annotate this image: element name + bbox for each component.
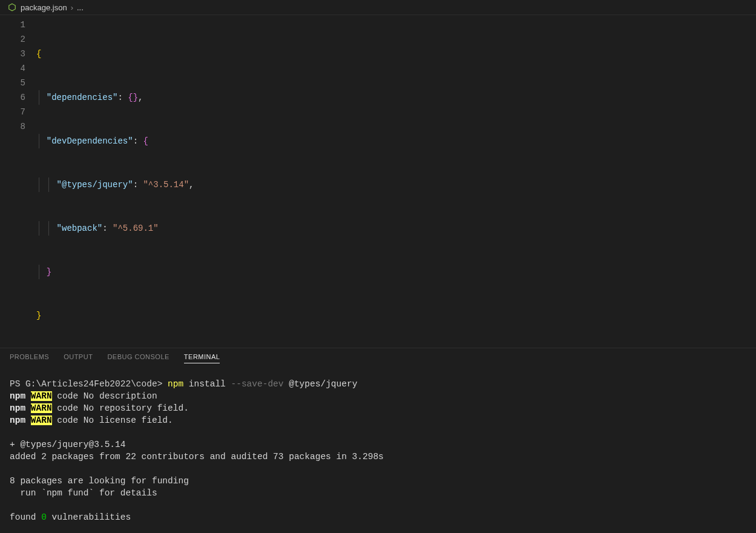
terminal-line: npm WARN code No license field. <box>10 414 746 426</box>
terminal-text: code No description <box>52 391 157 401</box>
terminal-prompt: PS <box>10 379 25 389</box>
terminal-line <box>10 426 746 439</box>
terminal-vuln-count: 0 <box>41 512 47 522</box>
line-number: 8 <box>0 119 25 134</box>
code-token: , <box>189 180 194 190</box>
nodejs-icon <box>7 2 17 12</box>
svg-marker-0 <box>9 4 16 11</box>
tab-output[interactable]: OUTPUT <box>64 353 93 363</box>
terminal-line <box>10 463 746 475</box>
code-token: "webpack" <box>57 223 103 233</box>
code-token: : <box>117 93 128 102</box>
terminal-line <box>10 499 746 511</box>
terminal-warn-badge: WARN <box>31 391 52 401</box>
breadcrumb[interactable]: package.json › ... <box>0 0 756 15</box>
breadcrumb-file[interactable]: package.json <box>21 3 67 12</box>
code-token: {} <box>128 93 138 102</box>
terminal-line: added 2 packages from 22 contributors an… <box>10 451 746 463</box>
code-token: "@types/jquery" <box>57 180 133 190</box>
panel-tabs: PROBLEMS OUTPUT DEBUG CONSOLE TERMINAL <box>0 348 756 368</box>
code-token: : <box>102 223 113 233</box>
terminal-line: PS G:\Articles24Feb2022\code> npm instal… <box>10 378 746 390</box>
line-number: 5 <box>0 76 25 90</box>
terminal-line: npm WARN code No repository field. <box>10 402 746 414</box>
terminal-text: found <box>10 512 41 522</box>
breadcrumb-ellipsis[interactable]: ... <box>77 3 84 12</box>
code-token: } <box>47 267 51 277</box>
code-token: "dependencies" <box>47 93 118 102</box>
terminal-output[interactable]: PS G:\Articles24Feb2022\code> npm instal… <box>0 368 756 533</box>
code-token: "^5.69.1" <box>113 223 159 233</box>
terminal-cmd: install <box>183 379 231 389</box>
code-token: , <box>138 93 143 102</box>
terminal-text: code No repository field. <box>52 403 189 413</box>
terminal-line: run `npm fund` for details <box>10 487 746 499</box>
line-number: 6 <box>0 90 25 105</box>
code-token: } <box>36 311 41 320</box>
terminal-npm: npm <box>10 415 25 425</box>
code-token: : <box>133 136 143 146</box>
terminal-npm: npm <box>10 403 25 413</box>
terminal-cmd: --save-dev <box>231 379 284 389</box>
code-token: "^3.5.14" <box>143 180 189 190</box>
terminal-line: + @types/jquery@3.5.14 <box>10 439 746 451</box>
code-token: { <box>36 49 41 59</box>
terminal-line: found 0 vulnerabilities <box>10 511 746 523</box>
tab-terminal[interactable]: TERMINAL <box>184 353 220 363</box>
code-token: { <box>143 136 148 146</box>
terminal-cmd: npm <box>168 379 183 389</box>
tab-problems[interactable]: PROBLEMS <box>10 353 49 363</box>
line-number: 7 <box>0 105 25 119</box>
line-number: 3 <box>0 47 25 61</box>
line-number: 2 <box>0 32 25 47</box>
code-content[interactable]: { "dependencies": {}, "devDependencies":… <box>36 15 756 348</box>
line-number: 4 <box>0 61 25 76</box>
terminal-line: 8 packages are looking for funding <box>10 475 746 487</box>
terminal-text: code No license field. <box>52 415 173 425</box>
code-token: "devDependencies" <box>47 136 133 146</box>
line-number-gutter: 1 2 3 4 5 6 7 8 <box>0 15 36 348</box>
terminal-path: G:\Articles24Feb2022\code> <box>25 379 168 389</box>
terminal-npm: npm <box>10 391 25 401</box>
terminal-warn-badge: WARN <box>31 415 52 425</box>
terminal-cmd: @types/jquery <box>284 379 358 389</box>
terminal-warn-badge: WARN <box>31 403 52 413</box>
code-token: : <box>133 180 143 190</box>
terminal-line: npm WARN code No description <box>10 390 746 402</box>
editor-pane[interactable]: 1 2 3 4 5 6 7 8 { "dependencies": {}, "d… <box>0 15 756 348</box>
line-number: 1 <box>0 18 25 32</box>
tab-debug-console[interactable]: DEBUG CONSOLE <box>107 353 169 363</box>
terminal-text: vulnerabilities <box>47 512 131 522</box>
chevron-right-icon: › <box>71 3 73 12</box>
